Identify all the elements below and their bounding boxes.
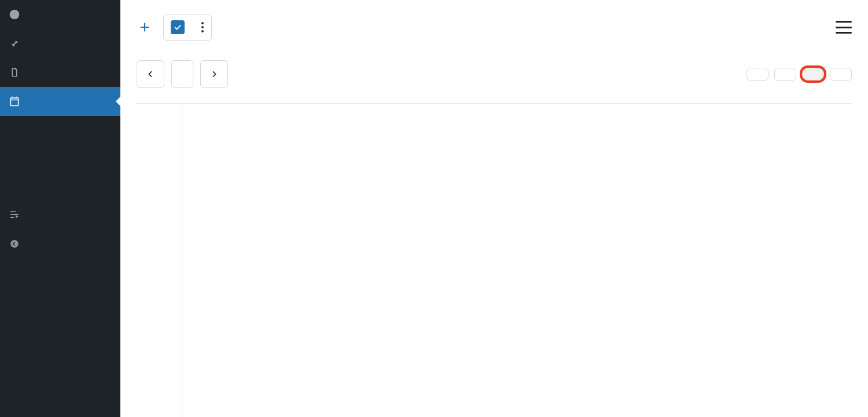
sidebar-item-settings[interactable] [0,200,120,229]
divider [182,104,182,201]
sidebar-item-pages[interactable] [0,58,120,87]
sidebar-sub-locations[interactable] [0,151,120,161]
view-month-button[interactable] [746,68,768,81]
view-week-button[interactable] [774,68,796,81]
divider [182,195,182,417]
main-content [120,0,868,417]
sidebar-item-calendar[interactable] [0,87,120,116]
add-event-button[interactable] [137,19,153,35]
sidebar-sub-calendars[interactable] [0,130,120,140]
next-button[interactable] [200,60,228,88]
svg-point-0 [10,240,19,248]
view-day-button[interactable] [802,68,824,81]
calendar-nav [137,60,852,88]
sidebar-collapse[interactable] [0,229,120,258]
admin-sidebar [0,0,120,417]
calendar-toolbar [137,14,852,41]
pin-icon [8,37,21,50]
settings-icon [8,209,21,221]
sidebar-sub-events[interactable] [0,119,120,130]
sidebar-submenu [0,116,120,188]
dashboard-icon [8,8,21,21]
sidebar-sub-organizers[interactable] [0,140,120,151]
checkbox-checked-icon [171,20,185,34]
sidebar-sub-tags[interactable] [0,171,120,182]
calendar-icon [8,95,21,108]
view-switcher [746,68,852,81]
today-button[interactable] [171,60,193,88]
prev-button[interactable] [137,60,164,88]
view-list-button[interactable] [830,68,852,81]
collapse-icon [8,237,21,250]
sidebar-item-dashboard[interactable] [0,0,120,29]
calendar-filter-chip[interactable] [163,14,212,41]
pages-icon [8,66,21,79]
sidebar-sub-categories[interactable] [0,161,120,171]
sidebar-item-posts[interactable] [0,29,120,58]
menu-button[interactable] [836,21,852,34]
more-vertical-icon[interactable] [201,22,204,32]
day-view [137,103,852,104]
